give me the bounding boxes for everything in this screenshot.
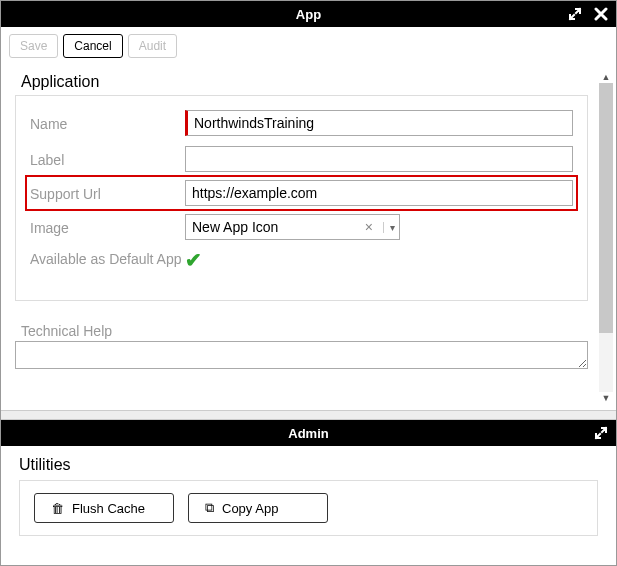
- row-support-url: Support Url: [27, 177, 576, 209]
- label-name: Name: [30, 114, 185, 132]
- utilities-title: Utilities: [19, 456, 598, 474]
- application-panel: Name Label Support Url Image New App Ico…: [15, 95, 588, 301]
- label-image: Image: [30, 218, 185, 236]
- audit-button[interactable]: Audit: [128, 34, 177, 58]
- app-title: App: [296, 7, 321, 22]
- row-default-app: Available as Default App ✔: [30, 248, 573, 278]
- application-section-title: Application: [21, 73, 602, 91]
- row-label: Label: [30, 144, 573, 174]
- form-scroll-region: Application Name Label Support Url Image: [1, 65, 616, 410]
- chevron-down-icon[interactable]: ▾: [383, 222, 395, 233]
- scroll-down-icon[interactable]: ▼: [599, 392, 613, 404]
- expand-icon[interactable]: [594, 426, 608, 440]
- checkmark-icon[interactable]: ✔: [185, 249, 202, 271]
- app-titlebar: App: [1, 1, 616, 27]
- titlebar-actions: [568, 1, 608, 27]
- scroll-thumb[interactable]: [599, 83, 613, 333]
- utilities-panel: 🗑 Flush Cache ⧉ Copy App: [19, 480, 598, 536]
- flush-cache-button[interactable]: 🗑 Flush Cache: [34, 493, 174, 523]
- admin-titlebar: Admin: [1, 420, 616, 446]
- label-support-url: Support Url: [30, 184, 185, 202]
- section-divider: [1, 410, 616, 420]
- copy-icon: ⧉: [205, 500, 214, 516]
- vertical-scrollbar[interactable]: ▲ ▼: [599, 71, 613, 404]
- admin-title: Admin: [288, 426, 328, 441]
- label-label: Label: [30, 150, 185, 168]
- scroll-up-icon[interactable]: ▲: [599, 71, 613, 83]
- row-image: Image New App Icon × ▾: [30, 212, 573, 242]
- technical-help-label: Technical Help: [21, 323, 602, 339]
- copy-app-label: Copy App: [222, 501, 278, 516]
- input-name[interactable]: [185, 110, 573, 136]
- action-toolbar: Save Cancel Audit: [1, 27, 616, 65]
- close-icon[interactable]: [594, 7, 608, 21]
- technical-help-textarea[interactable]: [15, 341, 588, 369]
- copy-app-button[interactable]: ⧉ Copy App: [188, 493, 328, 523]
- combo-image-text: New App Icon: [192, 219, 355, 235]
- row-name: Name: [30, 108, 573, 138]
- input-label[interactable]: [185, 146, 573, 172]
- combo-clear-icon[interactable]: ×: [361, 219, 377, 235]
- label-default-app: Available as Default App: [30, 248, 185, 268]
- admin-section: Admin Utilities 🗑 Flush Cache ⧉ Copy App: [1, 420, 616, 554]
- combo-image[interactable]: New App Icon × ▾: [185, 214, 400, 240]
- input-support-url[interactable]: [185, 180, 573, 206]
- expand-icon[interactable]: [568, 7, 582, 21]
- cancel-button[interactable]: Cancel: [63, 34, 122, 58]
- flush-cache-label: Flush Cache: [72, 501, 145, 516]
- trash-icon: 🗑: [51, 501, 64, 516]
- save-button[interactable]: Save: [9, 34, 58, 58]
